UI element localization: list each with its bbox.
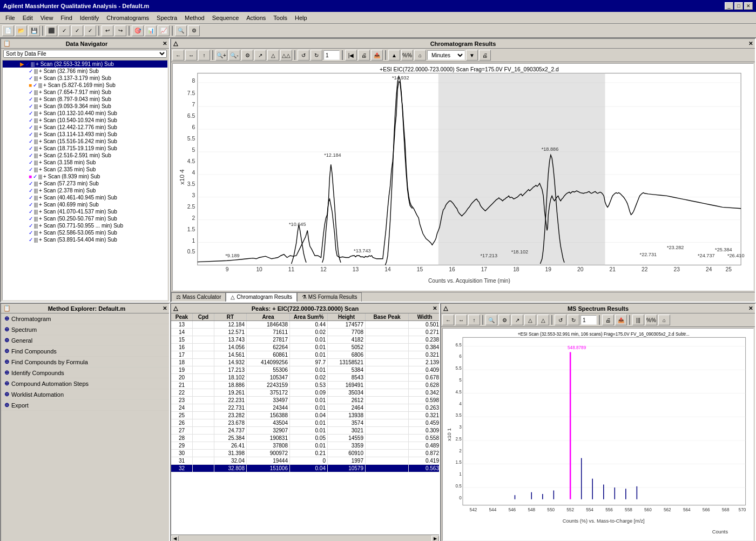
chrom-zoom-out[interactable]: 🔍-: [228, 50, 240, 61]
tree-item-22[interactable]: ✓ ||| + Scan (50.250-50.767 min) Sub: [11, 215, 167, 222]
table-row[interactable]: 1917.213553060.0153840.409: [171, 366, 439, 374]
chrom-cursor[interactable]: ↗: [254, 50, 266, 61]
tree-container[interactable]: ▶ ✓ ||| + Scan (32.553-32.991 min) Sub ✓…: [2, 60, 168, 300]
menu-method[interactable]: Method: [181, 14, 208, 22]
tree-item-2[interactable]: ✓ ||| + Scan (3.137-3.179 min) Sub: [11, 75, 167, 82]
tree-item-15[interactable]: ✓ ||| + Scan (2.335 min) Sub: [11, 166, 167, 173]
tree-item-17[interactable]: ✓ ||| + Scan (57.273 min) Sub: [11, 180, 167, 187]
toolbar-zoom[interactable]: 🔍: [175, 25, 187, 36]
data-navigator-close[interactable]: ✕: [163, 41, 167, 46]
table-row[interactable]: 2422.731243440.0124640.263: [171, 404, 439, 412]
chrom-zoom-in[interactable]: 🔍+: [215, 50, 227, 61]
table-row[interactable]: 3132.0419444019970.419: [171, 457, 439, 465]
menu-chromatograms[interactable]: Chromatograms: [103, 14, 152, 22]
chrom-time-unit[interactable]: Minutes: [427, 50, 465, 60]
chrom-label[interactable]: %%: [401, 50, 413, 61]
chrom-back[interactable]: ←: [172, 50, 184, 61]
ms-peak[interactable]: △: [524, 315, 536, 325]
table-row[interactable]: 1714.561608610.0168060.321: [171, 351, 439, 359]
ms-bars[interactable]: |||: [632, 315, 644, 325]
ms-cursor[interactable]: ↗: [511, 315, 523, 325]
ms-up[interactable]: ↑: [468, 315, 480, 325]
ms-area2[interactable]: ⌂: [658, 315, 670, 325]
ms-settings[interactable]: ⚙: [498, 315, 510, 325]
table-row[interactable]: 1614.056622640.0150520.384: [171, 344, 439, 351]
toolbar-graph[interactable]: 📈: [158, 25, 170, 36]
table-row[interactable]: 1513.743278170.0141820.238: [171, 336, 439, 344]
menu-edit[interactable]: Edit: [19, 14, 36, 22]
chrom-settings[interactable]: ⚙: [241, 50, 253, 61]
chrom-export[interactable]: 📤: [371, 50, 383, 61]
peaks-table-body[interactable]: 1312.18418464380.441745770.5011412.57171…: [171, 321, 439, 535]
tree-item-12[interactable]: ✓ ||| + Scan (18.715-19.119 min) Sub: [11, 145, 167, 152]
menu-view[interactable]: View: [37, 14, 57, 22]
tree-item-20[interactable]: ✓ ||| + Scan (40.699 min) Sub: [11, 201, 167, 208]
toolbar-btn2[interactable]: ✓: [58, 25, 70, 36]
table-row[interactable]: 2926.41378080.0133590.489: [171, 442, 439, 450]
menu-tools[interactable]: Tools: [270, 14, 291, 22]
tree-item-4[interactable]: ✓ ||| + Scan (7.654-7.917 min) Sub: [11, 89, 167, 96]
menu-find[interactable]: Find: [57, 14, 75, 22]
table-row[interactable]: 2623.678435040.0135740.459: [171, 419, 439, 427]
ms-print[interactable]: 🖨: [602, 315, 614, 325]
ms-export[interactable]: 📤: [615, 315, 627, 325]
tree-item-9[interactable]: ✓ ||| + Scan (12.442-12.776 min) Sub: [11, 124, 167, 131]
menu-file[interactable]: File: [2, 14, 18, 22]
menu-identify[interactable]: Identify: [77, 14, 102, 22]
explorer-spectrum[interactable]: ⊕ Spectrum: [1, 324, 169, 335]
tree-item-1[interactable]: ✓ ||| + Scan (32.766 min) Sub: [11, 68, 167, 75]
peaks-hscrollbar[interactable]: ◀ ▶: [171, 535, 439, 541]
explorer-find-compounds-formula[interactable]: ⊕ Find Compounds by Formula: [1, 357, 169, 368]
tree-item-25[interactable]: ✓ ||| + Scan (53.891-54.404 min) Sub: [11, 236, 167, 243]
chrom-fwd[interactable]: ↔: [185, 50, 197, 61]
table-row[interactable]: 1814.93241409925697.7131585212.139: [171, 359, 439, 366]
chrom-dropdown[interactable]: ▼: [466, 50, 478, 61]
ms-page-input[interactable]: [580, 315, 597, 325]
chrom-up[interactable]: ↑: [198, 50, 210, 61]
tree-item-5[interactable]: ✓ ||| + Scan (8.797-9.043 min) Sub: [11, 96, 167, 103]
chrom-page-input[interactable]: [323, 50, 340, 60]
tree-item-11[interactable]: ✓ ||| + Scan (15.516-16.242 min) Sub: [11, 138, 167, 145]
menu-spectra[interactable]: Spectra: [153, 14, 180, 22]
maximize-button[interactable]: □: [734, 2, 743, 10]
ms-fit[interactable]: ↻: [568, 315, 579, 325]
tree-item-18[interactable]: ✓ ||| + Scan (2.378 min) Sub: [11, 187, 167, 194]
table-row[interactable]: 1312.18418464380.441745770.501: [171, 321, 439, 329]
toolbar-chart[interactable]: 📊: [145, 25, 157, 36]
sort-select[interactable]: Sort by Data File: [3, 50, 167, 58]
toolbar-save[interactable]: 💾: [28, 25, 40, 36]
tree-item-16[interactable]: ■ ✓ ||| + Scan (8.939 min) Sub: [11, 173, 167, 180]
table-row[interactable]: 2724.737329070.0130210.309: [171, 427, 439, 435]
ms-fwd[interactable]: ↔: [455, 315, 467, 325]
method-explorer-close[interactable]: ✕: [163, 305, 167, 311]
method-explorer-content[interactable]: ⊕ Chromatogram ⊕ Spectrum ⊕ General: [1, 313, 169, 541]
table-row[interactable]: 2322.231334970.0126120.598: [171, 397, 439, 404]
tree-item-24[interactable]: ✓ ||| + Scan (52.586-53.065 min) Sub: [11, 229, 167, 236]
close-button[interactable]: ✕: [744, 2, 753, 10]
table-row[interactable]: 2825.3841908310.05145590.558: [171, 435, 439, 442]
tree-item-6[interactable]: ✓ ||| + Scan (9.093-9.364 min) Sub: [11, 103, 167, 110]
ms-spectrum-close[interactable]: ✕: [748, 305, 753, 311]
toolbar-target[interactable]: 🎯: [132, 25, 144, 36]
table-row[interactable]: 2118.88622431590.531694910.628: [171, 382, 439, 389]
table-row[interactable]: 2219.2613751720.09350340.342: [171, 389, 439, 397]
toolbar-undo[interactable]: ↩: [102, 25, 113, 36]
window-controls[interactable]: _ □ ✕: [725, 2, 753, 10]
menu-actions[interactable]: Actions: [243, 14, 269, 22]
tree-item-13[interactable]: ✓ ||| + Scan (2.516-2.591 min) Sub: [11, 152, 167, 159]
explorer-chromatogram[interactable]: ⊕ Chromatogram: [1, 313, 169, 324]
chrom-peaks-btn[interactable]: ▲: [388, 50, 400, 61]
minimize-button[interactable]: _: [725, 2, 733, 10]
ms-zoom-in[interactable]: 🔍: [485, 315, 497, 325]
explorer-identify-compounds[interactable]: ⊕ Identify Compounds: [1, 368, 169, 378]
toolbar-open[interactable]: 📂: [15, 25, 27, 36]
ms-peak2[interactable]: △: [537, 315, 549, 325]
ms-percent[interactable]: %%: [645, 315, 657, 325]
chrom-peak[interactable]: △: [267, 50, 279, 61]
chrom-print2[interactable]: 🖨: [479, 50, 491, 61]
toolbar-btn3[interactable]: ✓: [71, 25, 83, 36]
explorer-compound-automation[interactable]: ⊕ Compound Automation Steps: [1, 378, 169, 389]
tree-item-3[interactable]: ■ ✓ ||| + Scan (5.827-6.169 min) Sub: [11, 82, 167, 89]
tree-item-0[interactable]: ▶ ✓ ||| + Scan (32.553-32.991 min) Sub: [3, 61, 167, 68]
table-row[interactable]: 2523.2821563880.04139380.321: [171, 412, 439, 419]
